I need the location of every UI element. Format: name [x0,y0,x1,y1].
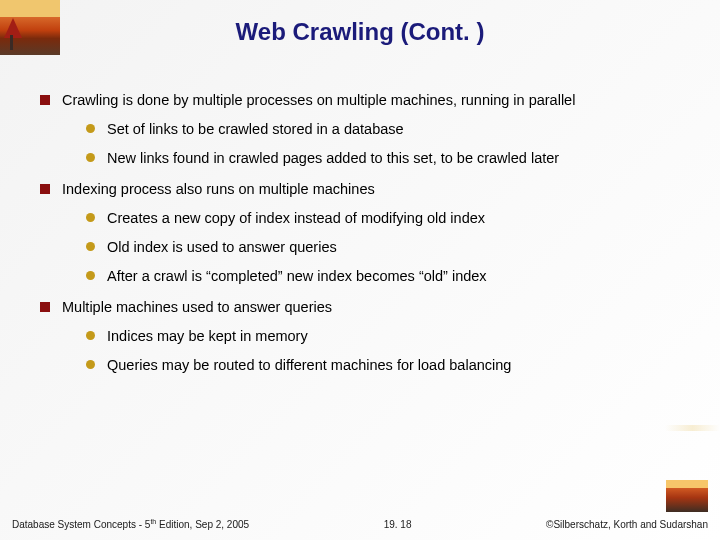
footer-right: ©Silberschatz, Korth and Sudarshan [546,519,708,530]
footer-center: 19. 18 [384,519,412,530]
circle-bullet-icon [86,242,95,251]
list-item: Queries may be routed to different machi… [86,355,690,376]
bullet-text: Crawling is done by multiple processes o… [62,90,575,111]
footer-left: Database System Concepts - 5th Edition, … [12,518,249,530]
list-item: Creates a new copy of index instead of m… [86,208,690,229]
square-bullet-icon [40,184,50,194]
bullet-text: New links found in crawled pages added t… [107,148,559,169]
list-item: Old index is used to answer queries [86,237,690,258]
sunset-thumbnail-icon [666,480,708,512]
footer-left-text-b: Edition, Sep 2, 2005 [156,519,249,530]
footer-left-text-a: Database System Concepts - 5 [12,519,150,530]
slide: Web Crawling (Cont. ) Crawling is done b… [0,0,720,540]
list-item: After a crawl is “completed” new index b… [86,266,690,287]
slide-content: Crawling is done by multiple processes o… [40,80,690,378]
circle-bullet-icon [86,271,95,280]
list-item: New links found in crawled pages added t… [86,148,690,169]
square-bullet-icon [40,302,50,312]
circle-bullet-icon [86,331,95,340]
circle-bullet-icon [86,124,95,133]
circle-bullet-icon [86,360,95,369]
circle-bullet-icon [86,153,95,162]
bullet-text: Creates a new copy of index instead of m… [107,208,485,229]
list-item: Set of links to be crawled stored in a d… [86,119,690,140]
slide-title: Web Crawling (Cont. ) [0,18,720,46]
list-item: Crawling is done by multiple processes o… [40,90,690,111]
bullet-text: Multiple machines used to answer queries [62,297,332,318]
bullet-text: After a crawl is “completed” new index b… [107,266,487,287]
square-bullet-icon [40,95,50,105]
slide-footer: Database System Concepts - 5th Edition, … [12,518,708,530]
list-item: Indexing process also runs on multiple m… [40,179,690,200]
bullet-text: Indices may be kept in memory [107,326,308,347]
accent-stripe [665,425,720,431]
bullet-text: Indexing process also runs on multiple m… [62,179,375,200]
list-item: Multiple machines used to answer queries [40,297,690,318]
circle-bullet-icon [86,213,95,222]
bullet-text: Queries may be routed to different machi… [107,355,511,376]
bullet-text: Old index is used to answer queries [107,237,337,258]
bullet-text: Set of links to be crawled stored in a d… [107,119,404,140]
list-item: Indices may be kept in memory [86,326,690,347]
